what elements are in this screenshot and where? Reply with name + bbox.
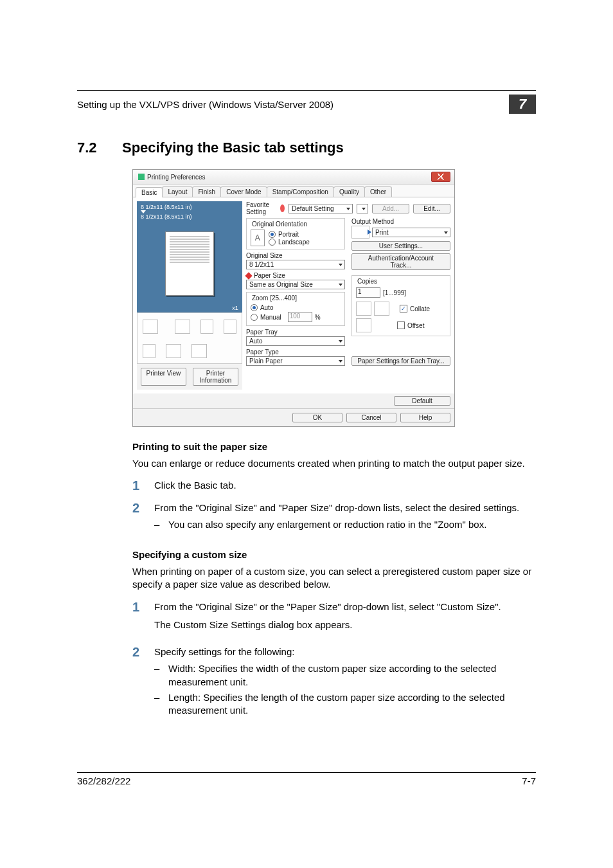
authentication-button[interactable]: Authentication/Account Track... bbox=[351, 253, 450, 270]
printer-view-button[interactable]: Printer View bbox=[141, 368, 186, 386]
cancel-button[interactable]: Cancel bbox=[346, 413, 396, 422]
landscape-label: Landscape bbox=[278, 239, 310, 246]
close-icon[interactable] bbox=[431, 172, 450, 182]
offset-checkbox[interactable] bbox=[397, 321, 405, 329]
step-number: 1 bbox=[132, 479, 154, 492]
step-text: Specify settings for the following: bbox=[154, 646, 536, 658]
zoom-auto-radio[interactable] bbox=[251, 304, 258, 311]
section-title: Specifying the Basic tab settings bbox=[122, 140, 344, 156]
preview-status-icon bbox=[200, 320, 213, 334]
output-method-icon bbox=[351, 226, 369, 239]
dialog-title: Printing Preferences bbox=[147, 174, 431, 181]
copies-input[interactable]: 1 bbox=[356, 287, 380, 298]
subsection-heading: Printing to suit the paper size bbox=[132, 441, 536, 452]
favorite-setting-dropdown[interactable]: Default Setting bbox=[289, 204, 353, 213]
step-after-text: The Custom Size Settings dialog box appe… bbox=[154, 619, 536, 631]
zoom-percent-label: % bbox=[315, 314, 321, 321]
tab-basic[interactable]: Basic bbox=[136, 187, 163, 197]
tab-cover-mode[interactable]: Cover Mode bbox=[220, 186, 267, 197]
printer-information-button[interactable]: Printer Information bbox=[193, 368, 238, 386]
preview-status-icon bbox=[143, 344, 155, 358]
preview-status-icon bbox=[191, 344, 207, 358]
paper-settings-each-tray-button[interactable]: Paper Settings for Each Tray... bbox=[351, 356, 450, 366]
ok-button[interactable]: OK bbox=[292, 413, 342, 422]
tab-other[interactable]: Other bbox=[364, 186, 392, 197]
paper-size-icon bbox=[245, 272, 252, 279]
step-number: 2 bbox=[132, 502, 154, 536]
edit-favorite-button[interactable]: Edit... bbox=[413, 204, 450, 213]
paper-size-label: Paper Size bbox=[254, 272, 285, 279]
preview-status-icon bbox=[175, 320, 190, 334]
section-number: 7.2 bbox=[77, 140, 122, 156]
step-text: From the "Original Size" and "Paper Size… bbox=[154, 502, 536, 514]
preview-status-icon bbox=[166, 344, 181, 358]
paper-size-dropdown[interactable]: Same as Original Size bbox=[246, 280, 345, 289]
user-settings-button[interactable]: User Settings... bbox=[351, 241, 450, 251]
landscape-radio[interactable] bbox=[269, 239, 276, 246]
output-method-dropdown[interactable]: Print bbox=[372, 228, 450, 237]
section-heading: 7.2Specifying the Basic tab settings bbox=[77, 140, 536, 156]
preview-status-icon bbox=[143, 320, 158, 334]
paper-tray-label: Paper Tray bbox=[246, 329, 345, 336]
paper-tray-dropdown[interactable]: Auto bbox=[246, 336, 345, 346]
output-method-label: Output Method bbox=[351, 218, 450, 225]
star-icon bbox=[280, 204, 285, 212]
add-favorite-button[interactable]: Add... bbox=[372, 204, 409, 213]
zoom-legend: Zoom [25...400] bbox=[251, 294, 298, 302]
collate-icon bbox=[374, 302, 389, 316]
zoom-manual-radio[interactable] bbox=[251, 314, 258, 321]
portrait-radio[interactable] bbox=[269, 231, 276, 238]
preview-page-icon bbox=[165, 231, 214, 296]
collate-checkbox[interactable] bbox=[400, 305, 407, 312]
default-button[interactable]: Default bbox=[394, 396, 450, 406]
step-sub-text: Length: Specifies the length of the cust… bbox=[168, 691, 536, 718]
body-text: You can enlarge or reduce documents crea… bbox=[132, 457, 536, 470]
step-text: From the "Original Size" or the "Paper S… bbox=[154, 601, 536, 613]
tab-layout[interactable]: Layout bbox=[162, 186, 193, 197]
subsection-heading: Specifying a custom size bbox=[132, 549, 536, 560]
offset-icon bbox=[356, 318, 371, 332]
portrait-label: Portrait bbox=[278, 231, 299, 238]
preview-panel: 8 1/2x11 (8.5x11 in) 8 1/2x11 (8.5x11 in… bbox=[137, 201, 242, 390]
step-text: Click the Basic tab. bbox=[154, 479, 536, 492]
preview-status-icon bbox=[224, 320, 236, 334]
orientation-icon: A bbox=[251, 230, 265, 246]
offset-label: Offset bbox=[407, 322, 425, 329]
copies-range-label: [1...999] bbox=[383, 289, 406, 296]
original-orientation-group: Original Orientation A Portrait Landscap… bbox=[246, 218, 345, 249]
tab-quality[interactable]: Quality bbox=[333, 186, 365, 197]
paper-type-label: Paper Type bbox=[246, 348, 345, 356]
collate-icon bbox=[356, 302, 371, 316]
body-text: When printing on paper of a custom size,… bbox=[132, 565, 536, 592]
zoom-manual-label: Manual bbox=[260, 314, 281, 321]
printing-preferences-dialog: Printing Preferences Basic Layout Finish… bbox=[132, 169, 455, 427]
footer-right: 7-7 bbox=[522, 775, 536, 786]
step-number: 1 bbox=[132, 601, 154, 637]
favorite-arrow[interactable] bbox=[357, 204, 368, 213]
step-number: 2 bbox=[132, 646, 154, 721]
help-button[interactable]: Help bbox=[400, 413, 450, 422]
tab-strip: Basic Layout Finish Cover Mode Stamp/Com… bbox=[133, 185, 454, 197]
preview-size-1: 8 1/2x11 (8.5x11 in) bbox=[141, 204, 192, 210]
tab-stamp-composition[interactable]: Stamp/Composition bbox=[267, 186, 334, 197]
chapter-badge: 7 bbox=[509, 95, 536, 114]
paper-type-dropdown[interactable]: Plain Paper bbox=[246, 356, 345, 366]
collate-label: Collate bbox=[410, 305, 430, 312]
copies-legend: Copies bbox=[356, 278, 378, 285]
zoom-auto-label: Auto bbox=[260, 304, 274, 311]
zoom-group: Zoom [25...400] Auto Manual 100 % bbox=[246, 292, 345, 326]
step-sub-text: Width: Specifies the width of the custom… bbox=[168, 662, 536, 689]
zoom-value-input[interactable]: 100 bbox=[288, 312, 312, 322]
copies-group: Copies 1 [1...999] bbox=[351, 275, 450, 336]
footer-left: 362/282/222 bbox=[77, 775, 130, 786]
original-size-dropdown[interactable]: 8 1/2x11 bbox=[246, 260, 345, 269]
step-sub-text: You can also specify any enlargement or … bbox=[168, 518, 486, 531]
favorite-setting-label: Favorite Setting bbox=[246, 201, 272, 215]
running-header: Setting up the VXL/VPS driver (Windows V… bbox=[77, 99, 509, 110]
tab-finish[interactable]: Finish bbox=[192, 186, 221, 197]
preview-size-2: 8 1/2x11 (8.5x11 in) bbox=[141, 213, 192, 220]
dialog-title-icon bbox=[138, 174, 145, 180]
orientation-legend: Original Orientation bbox=[251, 221, 308, 228]
preview-zoom-indicator: x1 bbox=[137, 305, 242, 312]
original-size-label: Original Size bbox=[246, 252, 345, 259]
